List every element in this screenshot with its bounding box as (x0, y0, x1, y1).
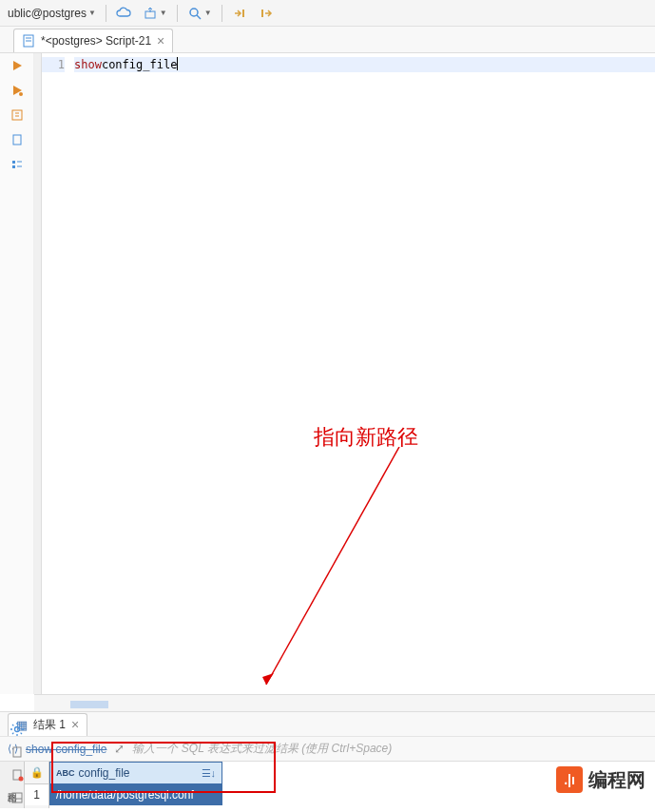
sql-file-icon (22, 34, 35, 48)
svg-line-2 (197, 15, 201, 19)
watermark-text: 编程网 (588, 767, 645, 793)
grid-cell[interactable]: /home/data/postgresql.conf (49, 784, 222, 805)
explain-button[interactable] (9, 106, 26, 124)
svg-rect-16 (13, 747, 21, 757)
results-sql-text: show config_file (26, 743, 106, 756)
separator (177, 5, 178, 22)
svg-rect-0 (145, 11, 155, 18)
script-button[interactable] (9, 131, 26, 148)
breadcrumb-text: ublic@postgres (8, 7, 87, 20)
close-icon[interactable]: × (71, 717, 79, 732)
search-button[interactable]: ▼ (183, 4, 216, 23)
watermark-logo: .|ı (556, 766, 583, 793)
svg-rect-19 (12, 793, 22, 802)
separator (106, 5, 106, 22)
svg-rect-11 (12, 161, 15, 164)
run-selection-button[interactable] (9, 82, 26, 99)
line-number-gutter: 1 (42, 53, 70, 694)
text-cursor (177, 57, 178, 70)
editor-pane: 1 show config_file (34, 53, 655, 694)
hscroll-thumb[interactable] (70, 701, 108, 708)
left-gutter (0, 53, 34, 694)
main-area: 1 show config_file (0, 53, 655, 694)
editor-tab-title: *<postgres> Script-21 (41, 34, 151, 48)
horizontal-ruler (34, 694, 655, 711)
column-name: config_file (79, 766, 130, 780)
outline-button[interactable] (9, 156, 26, 173)
svg-rect-9 (12, 110, 22, 120)
settings-button[interactable] (9, 721, 26, 738)
run-button[interactable] (9, 57, 26, 74)
export-icon (143, 6, 158, 21)
collapse-button[interactable] (9, 789, 26, 806)
top-toolbar: ublic@postgres ▼ ▼ ▼ (0, 0, 655, 27)
code-line: show config_file (74, 57, 655, 72)
svg-rect-10 (13, 135, 21, 145)
chevron-down-icon: ▼ (88, 9, 96, 17)
line-number: 1 (42, 57, 65, 72)
svg-rect-3 (242, 10, 244, 17)
chevron-down-icon: ▼ (204, 9, 212, 17)
cell-value: /home/data/postgresql.conf (56, 788, 194, 802)
search-icon (187, 6, 202, 21)
filter-icon[interactable]: ☰↓ (202, 767, 217, 780)
results-tab-title: 结果 1 (33, 717, 66, 733)
editor-tabbar: *<postgres> Script-21 × (0, 27, 655, 53)
sql-identifier: config_file (102, 57, 177, 72)
svg-rect-4 (261, 10, 263, 17)
svg-point-18 (19, 777, 24, 782)
watermark: .|ı 编程网 (556, 766, 645, 793)
bottom-gutter (0, 721, 34, 806)
chevron-down-icon: ▼ (160, 9, 167, 17)
column-header[interactable]: ABC config_file ☰↓ (49, 762, 222, 784)
close-icon[interactable]: × (157, 33, 164, 48)
doc-button[interactable] (9, 744, 26, 761)
filter-input[interactable]: 输入一个 SQL 表达式来过滤结果 (使用 Ctrl+Space) (132, 741, 392, 757)
step-out-icon (259, 6, 274, 21)
svg-point-1 (190, 9, 198, 16)
step-in-button[interactable] (228, 4, 251, 23)
separator (222, 5, 222, 22)
step-in-icon (232, 6, 247, 21)
svg-rect-12 (12, 165, 15, 168)
grid-body: ABC config_file ☰↓ /home/data/postgresql… (49, 762, 222, 808)
svg-point-8 (19, 92, 23, 96)
step-out-button[interactable] (255, 4, 278, 23)
breadcrumb-dropdown[interactable]: ublic@postgres ▼ (4, 5, 100, 22)
expand-icon[interactable]: ⤢ (114, 742, 125, 756)
type-badge: ABC (56, 768, 75, 778)
doc-warn-button[interactable] (9, 766, 26, 783)
cloud-icon (116, 6, 131, 21)
code-area[interactable]: show config_file (70, 53, 655, 694)
export-button[interactable]: ▼ (139, 4, 171, 23)
svg-point-15 (15, 727, 20, 732)
editor-tab[interactable]: *<postgres> Script-21 × (13, 29, 173, 52)
results-toolbar: ⟨·⟩ show config_file ⤢ 输入一个 SQL 表达式来过滤结果… (0, 736, 655, 761)
editor-handle[interactable] (34, 53, 42, 694)
sql-keyword: show (74, 57, 102, 72)
results-tabbar: ▦ 结果 1 × (0, 711, 655, 736)
cloud-button[interactable] (112, 4, 135, 23)
